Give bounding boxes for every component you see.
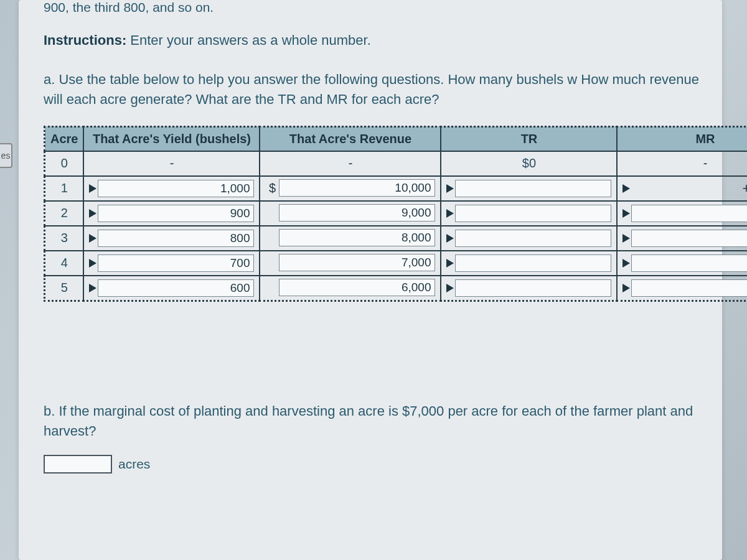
chevron-right-icon (446, 209, 454, 218)
cell-mr (617, 276, 747, 301)
col-revenue: That Acre's Revenue (260, 126, 441, 151)
cell-yield: - (83, 151, 260, 176)
cell-revenue: $ (260, 176, 441, 201)
col-yield: That Acre's Yield (bushels) (83, 126, 260, 151)
worksheet-page: 900, the third 800, and so on. Instructi… (19, 0, 722, 560)
plus-icon: + (743, 180, 747, 197)
revenue-input[interactable] (279, 179, 435, 197)
mr-input[interactable] (631, 279, 747, 297)
question-a: a. Use the table below to help you answe… (44, 70, 703, 110)
col-mr: MR (617, 126, 747, 151)
cell-revenue (260, 251, 441, 276)
chevron-right-icon (446, 184, 454, 193)
table-row: 1$+ (45, 176, 748, 201)
cell-mr: + (617, 176, 747, 201)
yield-input[interactable] (98, 279, 254, 297)
chevron-right-icon (89, 184, 96, 193)
table-header-row: Acre That Acre's Yield (bushels) That Ac… (45, 126, 748, 151)
tr-input[interactable] (455, 230, 611, 247)
revenue-input[interactable] (279, 229, 435, 246)
yield-input[interactable] (98, 230, 254, 247)
cell-revenue: - (260, 151, 441, 176)
chevron-right-icon (446, 234, 454, 243)
cell-acre: 3 (45, 226, 84, 251)
table-row: 3 (45, 226, 748, 251)
chevron-right-icon (89, 209, 96, 218)
col-acre: Acre (45, 126, 84, 151)
tr-input[interactable] (455, 180, 611, 197)
table-row: 0--$0- (45, 151, 748, 176)
chevron-right-icon (89, 259, 96, 268)
chevron-right-icon (622, 184, 630, 193)
cell-tr (441, 251, 617, 276)
instructions-label: Instructions: (44, 32, 126, 48)
cell-tr (441, 201, 617, 226)
instructions-line: Instructions: Enter your answers as a wh… (44, 32, 703, 49)
chevron-right-icon (622, 284, 630, 292)
revenue-input[interactable] (279, 254, 435, 271)
yield-input[interactable] (98, 180, 254, 197)
cell-mr (617, 251, 747, 276)
tr-input[interactable] (455, 205, 611, 222)
chevron-right-icon (622, 209, 630, 218)
cell-acre: 1 (45, 176, 84, 201)
cell-mr: - (617, 151, 747, 176)
cell-revenue (260, 276, 441, 301)
cell-acre: 5 (45, 276, 84, 301)
revenue-input[interactable] (279, 279, 435, 296)
table-row: 5 (45, 276, 748, 301)
table-row: 4 (45, 251, 748, 276)
yield-input[interactable] (98, 254, 254, 272)
mr-input[interactable] (631, 205, 747, 222)
chevron-right-icon (446, 259, 454, 268)
yield-input[interactable] (98, 205, 254, 222)
acres-unit: acres (118, 457, 150, 472)
answer-b-line: acres (44, 455, 703, 474)
cell-yield (83, 251, 260, 276)
mr-input[interactable] (631, 230, 747, 247)
cell-tr (441, 226, 617, 251)
question-b: b. If the marginal cost of planting and … (44, 401, 703, 441)
cell-acre: 4 (45, 251, 84, 276)
acres-input[interactable] (44, 455, 112, 474)
cell-acre: 2 (45, 201, 84, 226)
col-tr: TR (441, 126, 617, 151)
cell-tr (441, 176, 617, 201)
cell-yield (83, 201, 260, 226)
cell-tr: $0 (441, 151, 617, 176)
table-row: 2 (45, 201, 748, 226)
cell-yield (83, 276, 260, 301)
currency-prefix: $ (265, 181, 279, 195)
cell-yield (83, 176, 260, 201)
mr-input[interactable] (631, 254, 747, 272)
side-tab[interactable]: es (0, 143, 12, 168)
data-table: Acre That Acre's Yield (bushels) That Ac… (44, 126, 747, 302)
tr-input[interactable] (455, 254, 611, 272)
chevron-right-icon (446, 284, 454, 292)
context-fragment: 900, the third 800, and so on. (44, 0, 703, 15)
cell-revenue (260, 226, 441, 251)
revenue-input[interactable] (279, 204, 435, 222)
tr-input[interactable] (455, 279, 611, 297)
chevron-right-icon (89, 284, 96, 292)
cell-mr (617, 226, 747, 251)
cell-mr (617, 201, 747, 226)
instructions-text: Enter your answers as a whole number. (126, 32, 371, 48)
cell-acre: 0 (45, 151, 84, 176)
chevron-right-icon (622, 234, 630, 243)
cell-revenue (260, 201, 441, 226)
chevron-right-icon (89, 234, 96, 243)
cell-tr (441, 276, 617, 301)
chevron-right-icon (622, 259, 630, 268)
cell-yield (83, 226, 260, 251)
